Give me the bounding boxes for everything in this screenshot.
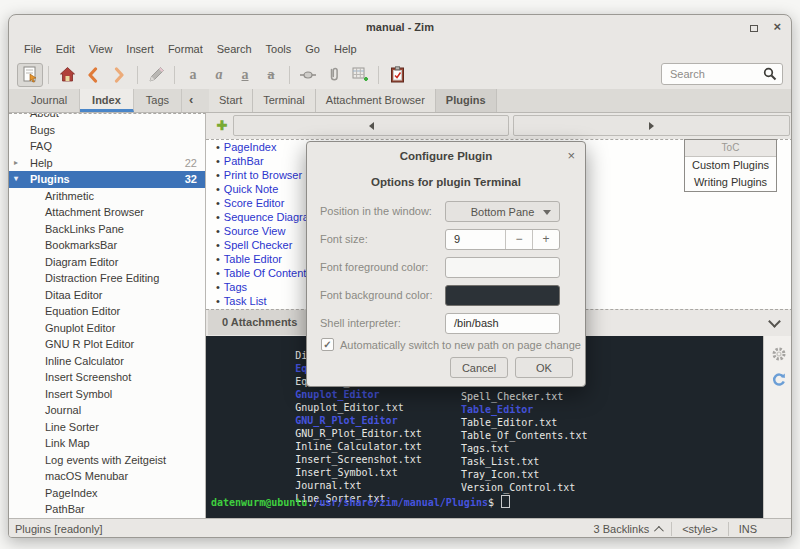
dialog-header[interactable]: Configure Plugin × [307, 142, 585, 168]
tree-item[interactable]: ▾ Plugins 32 [9, 171, 205, 188]
forward-button[interactable] [106, 63, 132, 87]
insert-link-button[interactable] [295, 63, 321, 87]
terminal-file-right: Version_Control.txt [461, 482, 575, 493]
ok-button[interactable]: OK [515, 357, 573, 378]
titlebar[interactable]: manual - Zim × [9, 15, 791, 39]
tree-item[interactable]: Attachment Browser [9, 204, 205, 221]
tree-item[interactable]: GNU R Plot Editor [9, 336, 205, 353]
toc-item[interactable]: Custom Plugins [685, 157, 776, 174]
terminal-line: Insert_Screenshot.txt Tags.txt [211, 443, 763, 456]
menu-item[interactable]: Format [161, 39, 210, 60]
format-underline-button[interactable]: a [232, 63, 258, 87]
format-italic-button[interactable]: a [206, 63, 232, 87]
font-size-decrease-button[interactable]: − [505, 230, 532, 249]
font-size-value[interactable]: 9 [446, 230, 505, 249]
cancel-button[interactable]: Cancel [450, 357, 508, 378]
menu-item[interactable]: Edit [49, 39, 82, 60]
attachments-tab[interactable]: 0 Attachments [208, 310, 312, 335]
clipboard-check-button[interactable] [384, 63, 410, 87]
format-strike-button[interactable]: a [258, 63, 284, 87]
collapse-sidebar-button[interactable]: ‹ [189, 89, 193, 111]
collapse-panel-icon[interactable] [768, 315, 781, 328]
maximize-icon [750, 25, 758, 32]
sidebar-tab[interactable]: Index [80, 89, 134, 112]
insert-image-button[interactable] [347, 63, 373, 87]
tree-item[interactable]: PageIndex [9, 485, 205, 502]
shell-interpreter-input[interactable]: /bin/bash [445, 313, 560, 334]
font-size-increase-button[interactable]: + [532, 230, 559, 249]
tree-item[interactable]: Arithmetic [9, 188, 205, 205]
page-tab[interactable]: Plugins [436, 89, 497, 112]
expander-icon[interactable]: ▸ [14, 155, 26, 172]
attach-file-button[interactable] [321, 63, 347, 87]
background-color-button[interactable] [445, 285, 560, 306]
tree-item[interactable]: Distraction Free Editing [9, 270, 205, 287]
sidebar-tab[interactable]: Tags [134, 89, 182, 112]
dialog-close-button[interactable]: × [567, 149, 575, 162]
style-selector[interactable]: <style> [682, 523, 717, 535]
tree-item-label: Plugins [30, 173, 70, 185]
menu-item[interactable]: Go [298, 39, 327, 60]
tree-item[interactable]: BookmarksBar [9, 237, 205, 254]
sidebar-tab[interactable]: Journal [19, 89, 80, 112]
scroll-right-button[interactable] [513, 115, 790, 136]
position-dropdown[interactable]: Bottom Pane [445, 201, 560, 222]
tree-item[interactable]: Link Map [9, 435, 205, 452]
statusbar-page-label: Plugins [readonly] [15, 519, 102, 538]
edit-page-button[interactable] [143, 63, 169, 87]
menu-item[interactable]: Insert [119, 39, 161, 60]
menu-item[interactable]: Search [210, 39, 259, 60]
tree-item[interactable]: About [9, 113, 205, 122]
tree-item[interactable]: ▸ Help 22 [9, 155, 205, 172]
refresh-icon[interactable] [771, 372, 787, 388]
page-tab[interactable]: Start [209, 89, 253, 112]
expander-icon[interactable]: ▾ [14, 171, 26, 188]
back-icon [85, 67, 101, 83]
maximize-button[interactable] [750, 18, 758, 36]
tree-item[interactable]: Line Sorter [9, 419, 205, 436]
tree-item[interactable]: BackLinks Pane [9, 221, 205, 238]
terminal-prompt[interactable]: datenwurm@ubuntu:/usr/share/zim/manual/P… [211, 495, 763, 508]
statusbar: Plugins [readonly] 3 Backlinks <style> I… [9, 518, 791, 538]
tree-item[interactable]: FAQ [9, 138, 205, 155]
menubar: FileEditViewInsertFormatSearchToolsGoHel… [9, 39, 791, 60]
tree-item[interactable]: PathBar [9, 501, 205, 518]
font-size-spinner[interactable]: 9 − + [445, 229, 560, 250]
scroll-left-button[interactable] [233, 115, 509, 136]
page-tab[interactable]: Attachment Browser [316, 89, 436, 112]
menu-item[interactable]: View [82, 39, 120, 60]
tree-item[interactable]: Gnuplot Editor [9, 320, 205, 337]
toolbar: a a a a Search [9, 60, 791, 89]
toggle-editable-button[interactable] [17, 63, 43, 87]
foreground-color-button[interactable] [445, 257, 560, 278]
tree-item[interactable]: Insert Screenshot [9, 369, 205, 386]
close-button[interactable]: × [773, 22, 781, 32]
tree-item[interactable]: Insert Symbol [9, 386, 205, 403]
tree-item[interactable]: Ditaa Editor [9, 287, 205, 304]
tree-item[interactable]: Diagram Editor [9, 254, 205, 271]
backlinks-button[interactable]: 3 Backlinks [594, 523, 662, 535]
home-button[interactable] [54, 63, 80, 87]
tree-item[interactable]: Equation Editor [9, 303, 205, 320]
menu-item[interactable]: Tools [259, 39, 299, 60]
tree-item[interactable]: Journal [9, 402, 205, 419]
tree-item[interactable]: Log events with Zeitgeist [9, 452, 205, 469]
search-icon [763, 67, 777, 81]
tree-item[interactable]: Bugs [9, 122, 205, 139]
add-page-button[interactable]: ✚ [212, 116, 232, 136]
search-input[interactable]: Search [661, 63, 783, 85]
back-button[interactable] [80, 63, 106, 87]
menu-item[interactable]: Help [327, 39, 364, 60]
toc-item[interactable]: Writing Plugins [685, 174, 776, 191]
tree-item[interactable]: macOS Menubar [9, 468, 205, 485]
toc-panel: ToC Custom PluginsWriting Plugins [684, 139, 777, 192]
format-bold-button[interactable]: a [180, 63, 206, 87]
gear-icon[interactable] [771, 346, 787, 362]
auto-switch-checkbox[interactable]: ✓ [321, 338, 334, 351]
page-tab[interactable]: Terminal [253, 89, 316, 112]
tree-item[interactable]: Inline Calculator [9, 353, 205, 370]
terminal-line: Insert_Symbol.txt Task_List.txt [211, 456, 763, 469]
tree-item-label: Arithmetic [45, 190, 94, 202]
menu-item[interactable]: File [17, 39, 49, 60]
terminal-file-right: Table_Editor [461, 404, 533, 415]
